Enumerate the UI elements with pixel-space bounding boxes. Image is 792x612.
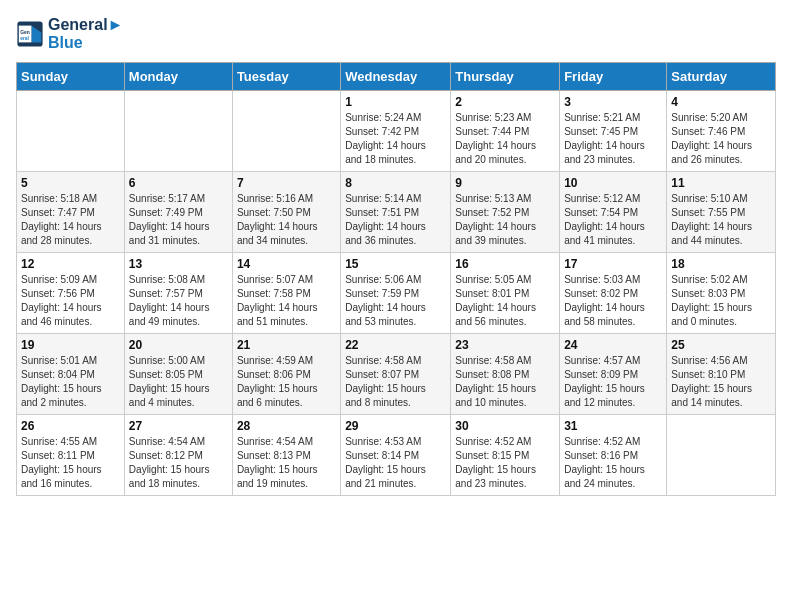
- day-number: 12: [21, 257, 120, 271]
- day-number: 24: [564, 338, 662, 352]
- svg-text:eral: eral: [20, 36, 29, 41]
- day-info: Sunrise: 5:21 AM Sunset: 7:45 PM Dayligh…: [564, 111, 662, 167]
- day-number: 11: [671, 176, 771, 190]
- day-number: 2: [455, 95, 555, 109]
- calendar-cell: 13Sunrise: 5:08 AM Sunset: 7:57 PM Dayli…: [124, 253, 232, 334]
- logo-icon: Gen eral: [16, 20, 44, 48]
- calendar-cell: 8Sunrise: 5:14 AM Sunset: 7:51 PM Daylig…: [341, 172, 451, 253]
- logo-text: General► Blue: [48, 16, 123, 52]
- day-info: Sunrise: 5:08 AM Sunset: 7:57 PM Dayligh…: [129, 273, 228, 329]
- day-info: Sunrise: 5:18 AM Sunset: 7:47 PM Dayligh…: [21, 192, 120, 248]
- calendar-cell: 15Sunrise: 5:06 AM Sunset: 7:59 PM Dayli…: [341, 253, 451, 334]
- day-info: Sunrise: 4:55 AM Sunset: 8:11 PM Dayligh…: [21, 435, 120, 491]
- calendar-cell: 4Sunrise: 5:20 AM Sunset: 7:46 PM Daylig…: [667, 91, 776, 172]
- calendar-cell: 11Sunrise: 5:10 AM Sunset: 7:55 PM Dayli…: [667, 172, 776, 253]
- day-number: 27: [129, 419, 228, 433]
- day-number: 23: [455, 338, 555, 352]
- calendar-week-1: 1Sunrise: 5:24 AM Sunset: 7:42 PM Daylig…: [17, 91, 776, 172]
- day-number: 14: [237, 257, 336, 271]
- day-number: 6: [129, 176, 228, 190]
- day-number: 31: [564, 419, 662, 433]
- calendar-cell: 25Sunrise: 4:56 AM Sunset: 8:10 PM Dayli…: [667, 334, 776, 415]
- day-info: Sunrise: 4:53 AM Sunset: 8:14 PM Dayligh…: [345, 435, 446, 491]
- day-info: Sunrise: 4:58 AM Sunset: 8:08 PM Dayligh…: [455, 354, 555, 410]
- day-number: 7: [237, 176, 336, 190]
- day-info: Sunrise: 4:54 AM Sunset: 8:13 PM Dayligh…: [237, 435, 336, 491]
- calendar-cell: 21Sunrise: 4:59 AM Sunset: 8:06 PM Dayli…: [232, 334, 340, 415]
- day-info: Sunrise: 5:07 AM Sunset: 7:58 PM Dayligh…: [237, 273, 336, 329]
- calendar-cell: [124, 91, 232, 172]
- day-info: Sunrise: 5:05 AM Sunset: 8:01 PM Dayligh…: [455, 273, 555, 329]
- calendar-week-5: 26Sunrise: 4:55 AM Sunset: 8:11 PM Dayli…: [17, 415, 776, 496]
- day-number: 13: [129, 257, 228, 271]
- day-number: 28: [237, 419, 336, 433]
- day-info: Sunrise: 5:02 AM Sunset: 8:03 PM Dayligh…: [671, 273, 771, 329]
- logo: Gen eral General► Blue: [16, 16, 123, 52]
- calendar-week-3: 12Sunrise: 5:09 AM Sunset: 7:56 PM Dayli…: [17, 253, 776, 334]
- day-number: 25: [671, 338, 771, 352]
- calendar-cell: 20Sunrise: 5:00 AM Sunset: 8:05 PM Dayli…: [124, 334, 232, 415]
- day-number: 10: [564, 176, 662, 190]
- day-number: 18: [671, 257, 771, 271]
- col-monday: Monday: [124, 63, 232, 91]
- col-tuesday: Tuesday: [232, 63, 340, 91]
- calendar-cell: 26Sunrise: 4:55 AM Sunset: 8:11 PM Dayli…: [17, 415, 125, 496]
- day-info: Sunrise: 4:56 AM Sunset: 8:10 PM Dayligh…: [671, 354, 771, 410]
- day-info: Sunrise: 5:23 AM Sunset: 7:44 PM Dayligh…: [455, 111, 555, 167]
- day-info: Sunrise: 5:17 AM Sunset: 7:49 PM Dayligh…: [129, 192, 228, 248]
- day-info: Sunrise: 5:03 AM Sunset: 8:02 PM Dayligh…: [564, 273, 662, 329]
- day-number: 5: [21, 176, 120, 190]
- day-info: Sunrise: 4:59 AM Sunset: 8:06 PM Dayligh…: [237, 354, 336, 410]
- day-info: Sunrise: 5:10 AM Sunset: 7:55 PM Dayligh…: [671, 192, 771, 248]
- calendar-cell: 5Sunrise: 5:18 AM Sunset: 7:47 PM Daylig…: [17, 172, 125, 253]
- col-thursday: Thursday: [451, 63, 560, 91]
- calendar-cell: 9Sunrise: 5:13 AM Sunset: 7:52 PM Daylig…: [451, 172, 560, 253]
- calendar-cell: 1Sunrise: 5:24 AM Sunset: 7:42 PM Daylig…: [341, 91, 451, 172]
- day-info: Sunrise: 4:58 AM Sunset: 8:07 PM Dayligh…: [345, 354, 446, 410]
- calendar-cell: 31Sunrise: 4:52 AM Sunset: 8:16 PM Dayli…: [560, 415, 667, 496]
- calendar-cell: 29Sunrise: 4:53 AM Sunset: 8:14 PM Dayli…: [341, 415, 451, 496]
- header-row: Sunday Monday Tuesday Wednesday Thursday…: [17, 63, 776, 91]
- calendar-cell: 22Sunrise: 4:58 AM Sunset: 8:07 PM Dayli…: [341, 334, 451, 415]
- day-info: Sunrise: 5:16 AM Sunset: 7:50 PM Dayligh…: [237, 192, 336, 248]
- calendar-cell: 30Sunrise: 4:52 AM Sunset: 8:15 PM Dayli…: [451, 415, 560, 496]
- day-number: 3: [564, 95, 662, 109]
- calendar-cell: 10Sunrise: 5:12 AM Sunset: 7:54 PM Dayli…: [560, 172, 667, 253]
- day-number: 9: [455, 176, 555, 190]
- calendar-cell: [232, 91, 340, 172]
- day-number: 16: [455, 257, 555, 271]
- day-info: Sunrise: 5:06 AM Sunset: 7:59 PM Dayligh…: [345, 273, 446, 329]
- day-info: Sunrise: 4:54 AM Sunset: 8:12 PM Dayligh…: [129, 435, 228, 491]
- calendar-cell: 28Sunrise: 4:54 AM Sunset: 8:13 PM Dayli…: [232, 415, 340, 496]
- calendar-cell: 23Sunrise: 4:58 AM Sunset: 8:08 PM Dayli…: [451, 334, 560, 415]
- calendar-cell: [667, 415, 776, 496]
- day-number: 26: [21, 419, 120, 433]
- day-info: Sunrise: 5:12 AM Sunset: 7:54 PM Dayligh…: [564, 192, 662, 248]
- day-number: 15: [345, 257, 446, 271]
- calendar-body: 1Sunrise: 5:24 AM Sunset: 7:42 PM Daylig…: [17, 91, 776, 496]
- calendar-cell: 7Sunrise: 5:16 AM Sunset: 7:50 PM Daylig…: [232, 172, 340, 253]
- page-header: Gen eral General► Blue: [16, 16, 776, 52]
- calendar-cell: [17, 91, 125, 172]
- day-info: Sunrise: 5:14 AM Sunset: 7:51 PM Dayligh…: [345, 192, 446, 248]
- col-sunday: Sunday: [17, 63, 125, 91]
- day-info: Sunrise: 5:09 AM Sunset: 7:56 PM Dayligh…: [21, 273, 120, 329]
- day-info: Sunrise: 5:01 AM Sunset: 8:04 PM Dayligh…: [21, 354, 120, 410]
- day-info: Sunrise: 5:00 AM Sunset: 8:05 PM Dayligh…: [129, 354, 228, 410]
- day-number: 19: [21, 338, 120, 352]
- day-info: Sunrise: 5:20 AM Sunset: 7:46 PM Dayligh…: [671, 111, 771, 167]
- day-info: Sunrise: 5:13 AM Sunset: 7:52 PM Dayligh…: [455, 192, 555, 248]
- calendar-cell: 18Sunrise: 5:02 AM Sunset: 8:03 PM Dayli…: [667, 253, 776, 334]
- day-number: 1: [345, 95, 446, 109]
- calendar-cell: 2Sunrise: 5:23 AM Sunset: 7:44 PM Daylig…: [451, 91, 560, 172]
- svg-text:Gen: Gen: [20, 30, 30, 35]
- day-number: 8: [345, 176, 446, 190]
- day-info: Sunrise: 4:52 AM Sunset: 8:15 PM Dayligh…: [455, 435, 555, 491]
- calendar-cell: 27Sunrise: 4:54 AM Sunset: 8:12 PM Dayli…: [124, 415, 232, 496]
- calendar-cell: 24Sunrise: 4:57 AM Sunset: 8:09 PM Dayli…: [560, 334, 667, 415]
- day-number: 22: [345, 338, 446, 352]
- col-friday: Friday: [560, 63, 667, 91]
- calendar-week-4: 19Sunrise: 5:01 AM Sunset: 8:04 PM Dayli…: [17, 334, 776, 415]
- calendar-cell: 12Sunrise: 5:09 AM Sunset: 7:56 PM Dayli…: [17, 253, 125, 334]
- col-wednesday: Wednesday: [341, 63, 451, 91]
